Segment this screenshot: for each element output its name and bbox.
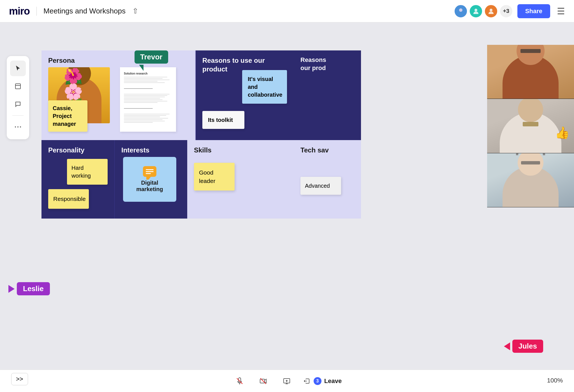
chat-line: [146, 169, 154, 170]
cassie-sticky[interactable]: Cassie, Project manager: [48, 100, 87, 132]
more-tools[interactable]: [10, 119, 26, 135]
canvas: Trevor Leslie Jules Persona 🌺🌸🌿: [0, 22, 574, 370]
svg-rect-5: [15, 84, 20, 89]
personality-stickies: Hard working Responsible: [48, 159, 108, 208]
upload-icon[interactable]: ⇧: [132, 7, 138, 15]
board-title: Meetings and Workshops: [43, 7, 126, 15]
advanced-sticky[interactable]: Advanced: [300, 177, 341, 195]
svg-point-2: [475, 9, 477, 11]
personality-section-title: Personality: [48, 146, 108, 154]
avatar-user-teal: [469, 4, 483, 18]
svg-rect-12: [260, 379, 265, 383]
participants-badge: 3: [314, 377, 321, 385]
chat-line: [146, 171, 154, 172]
person2-video: 👍: [487, 99, 574, 153]
cursor-label-jules: Jules: [512, 340, 543, 353]
interests-section: Interests Digital marketing: [114, 140, 187, 219]
cursor-label-leslie: Leslie: [17, 282, 50, 295]
avatar-group: +3: [454, 4, 513, 18]
video-feed-2: 👍: [487, 99, 574, 153]
cursor-jules: Jules: [504, 340, 543, 353]
cursor-leslie: Leslie: [8, 282, 50, 295]
person3-glasses: [521, 161, 540, 164]
person3-video: [487, 153, 574, 207]
skills-section: Skills Good leader: [187, 140, 294, 219]
bottombar: >>: [0, 370, 574, 392]
board-bottom-row: Personality Hard working Responsible: [41, 140, 294, 219]
comment-tool[interactable]: [10, 96, 26, 112]
topbar: miro Meetings and Workshops ⇧ +3 Share ☰: [0, 0, 574, 22]
digital-marketing-card[interactable]: Digital marketing: [123, 157, 176, 202]
doc-title: Solution research: [124, 72, 172, 76]
miro-logo: miro: [9, 5, 30, 17]
svg-point-7: [15, 126, 16, 127]
digital-marketing-text: Digital marketing: [129, 180, 171, 192]
menu-icon[interactable]: ☰: [557, 6, 565, 17]
techsav-title: Tech sav: [300, 146, 354, 154]
bottom-controls: 3 Leave: [232, 374, 342, 388]
hard-working-sticky[interactable]: Hard working: [67, 159, 108, 185]
visual-collaborative-sticky[interactable]: It's visual and collaborative: [242, 70, 287, 104]
mic-button[interactable]: [232, 374, 247, 388]
svg-point-9: [20, 126, 21, 127]
avatar-user-orange: [484, 4, 498, 18]
toolkit-sticky[interactable]: Its toolkit: [202, 111, 244, 129]
cursor-trevor: Trevor: [135, 50, 168, 71]
video-button[interactable]: [256, 374, 270, 388]
personality-section: Personality Hard working Responsible: [41, 140, 114, 219]
good-leader-sticky[interactable]: Good leader: [194, 163, 235, 191]
svg-point-8: [17, 126, 18, 127]
leave-button[interactable]: 3 Leave: [303, 377, 342, 385]
svg-point-0: [459, 8, 462, 12]
headset-arc: [516, 153, 545, 155]
leave-label: Leave: [324, 377, 342, 385]
skills-section-title: Skills: [194, 146, 287, 154]
sticky-note-tool[interactable]: [10, 78, 26, 94]
person1-video: [487, 45, 574, 99]
cursor-arrow-leslie: [8, 285, 15, 293]
avatar-user-f: [454, 4, 467, 18]
board-container: Persona 🌺🌸🌿 Cassie, Project manager Solu…: [41, 50, 294, 219]
chat-lines: [146, 169, 154, 174]
cursor-arrow-jules: [504, 342, 510, 350]
toolbar-separator: [12, 115, 24, 116]
reasons-overflow-title: Reasonsour prod: [300, 56, 354, 72]
interests-section-title: Interests: [121, 146, 180, 154]
share-button[interactable]: Share: [517, 4, 550, 18]
topbar-right: +3 Share ☰: [454, 4, 565, 18]
chat-line: [146, 173, 151, 174]
screen-share-button[interactable]: [279, 374, 294, 388]
avatar-count: +3: [499, 4, 513, 18]
chat-icon: [143, 166, 156, 177]
persona-section: Persona 🌺🌸🌿 Cassie, Project manager Solu…: [41, 50, 196, 140]
thumbs-up-icon: 👍: [555, 126, 570, 140]
topbar-divider: [36, 7, 37, 16]
solution-research-doc[interactable]: Solution research: [120, 67, 176, 132]
responsible-sticky[interactable]: Responsible: [48, 189, 89, 208]
left-toolbar: [7, 56, 29, 139]
reasons-overflow-section: Reasonsour prod: [294, 50, 361, 140]
cursor-tool[interactable]: [10, 61, 26, 76]
svg-point-4: [490, 9, 492, 11]
cursor-arrow-trevor: [139, 65, 144, 71]
reasons-section: Reasons to use our product It's visual a…: [196, 50, 294, 140]
video-feed-3: [487, 153, 574, 207]
cursor-label-trevor: Trevor: [135, 50, 168, 64]
person2-beard: [523, 122, 538, 126]
expand-button[interactable]: >>: [11, 373, 28, 385]
person1-glasses: [520, 49, 541, 53]
video-feed-1: [487, 45, 574, 99]
techsav-section: Tech sav Advanced: [294, 140, 361, 219]
video-panel: 👍: [487, 45, 574, 207]
zoom-level: 100%: [547, 377, 563, 384]
